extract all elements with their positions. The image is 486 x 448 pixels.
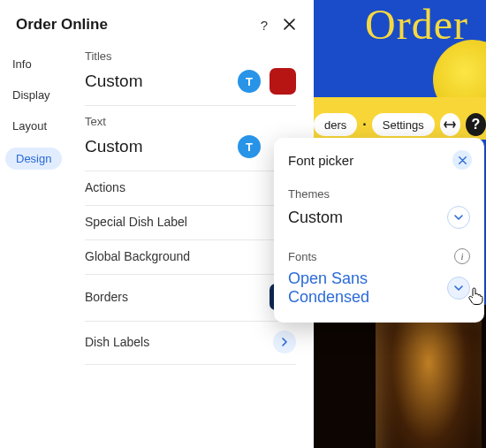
tab-layout[interactable]: Layout <box>12 117 85 135</box>
section-special-dish[interactable]: Special Dish Label <box>85 206 296 240</box>
toolbar-item-settings[interactable]: Settings <box>372 113 435 136</box>
tab-design[interactable]: Design <box>5 148 62 170</box>
chevron-right-icon[interactable] <box>273 330 296 353</box>
close-icon[interactable] <box>280 18 298 33</box>
preview-heading: Order <box>365 0 468 49</box>
close-icon[interactable] <box>452 150 472 170</box>
section-titles[interactable]: Titles Custom T <box>85 49 296 106</box>
panel-title: Order Online <box>16 16 248 34</box>
fonts-value: Open Sans Condensed <box>288 270 447 307</box>
section-text[interactable]: Text Custom T <box>85 106 296 171</box>
section-value: Custom <box>85 137 232 156</box>
fonts-dropdown[interactable] <box>447 277 470 300</box>
section-global-background[interactable]: Global Background <box>85 240 296 275</box>
stretch-icon[interactable] <box>440 113 460 136</box>
themes-value: Custom <box>288 209 447 227</box>
section-borders[interactable]: Borders <box>85 275 296 322</box>
tab-info[interactable]: Info <box>12 55 85 73</box>
toolbar-item-orders[interactable]: ders <box>314 113 357 136</box>
themes-label: Themes <box>288 187 470 201</box>
section-label: Special Dish Label <box>85 215 296 229</box>
help-icon[interactable]: ? <box>466 113 486 136</box>
section-label: Titles <box>85 49 296 63</box>
fonts-label: Fonts <box>288 250 317 263</box>
section-label: Actions <box>85 180 296 194</box>
font-picker-popover: Font picker Themes Custom Fonts i Open S… <box>274 138 484 323</box>
section-value: Custom <box>85 72 232 91</box>
section-actions[interactable]: Actions <box>85 171 296 206</box>
toolbar-separator: · <box>362 117 366 133</box>
info-icon[interactable]: i <box>454 248 470 264</box>
panel-header: Order Online ? <box>0 16 314 46</box>
fonts-section: Fonts i Open Sans Condensed <box>274 241 484 310</box>
section-label: Global Background <box>85 249 296 263</box>
popover-title: Font picker <box>288 153 452 168</box>
color-swatch[interactable] <box>270 68 296 95</box>
section-label: Dish Labels <box>85 335 273 349</box>
panel-tabs: Info Display Layout Design <box>0 49 85 365</box>
themes-section: Themes Custom <box>274 180 484 241</box>
section-label: Borders <box>85 290 261 304</box>
settings-panel: Order Online ? Info Display Layout Desig… <box>0 0 314 448</box>
section-label: Text <box>85 115 296 128</box>
tab-display[interactable]: Display <box>12 86 85 104</box>
section-dish-labels[interactable]: Dish Labels <box>85 322 296 365</box>
dish-photo <box>314 305 486 448</box>
text-style-icon[interactable]: T <box>238 70 261 93</box>
text-style-icon[interactable]: T <box>238 135 261 158</box>
help-icon[interactable]: ? <box>255 18 273 33</box>
drink-glass <box>376 315 482 448</box>
themes-dropdown[interactable] <box>447 206 470 229</box>
preview-toolbar: ders · Settings ? <box>314 113 486 136</box>
